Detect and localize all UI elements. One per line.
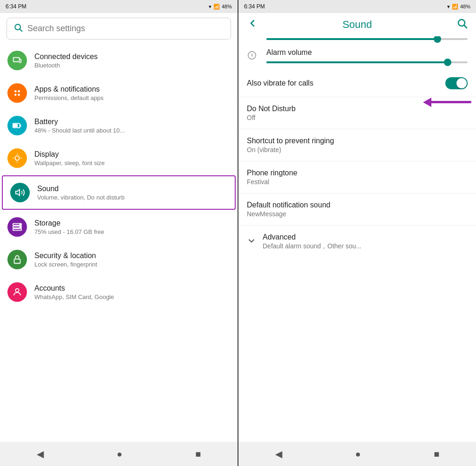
media-volume-track[interactable] <box>266 38 468 40</box>
media-volume-fill <box>266 38 437 40</box>
settings-item-accounts[interactable]: AccountsWhatsApp, SIM Card, Google <box>0 276 238 308</box>
storage-icon <box>7 217 27 237</box>
sound-subtitle: Volume, vibration, Do not disturb <box>37 194 227 201</box>
accounts-text: AccountsWhatsApp, SIM Card, Google <box>34 284 230 300</box>
sound-text: SoundVolume, vibration, Do not disturb <box>37 185 227 201</box>
notification-sound-text: Default notification soundNewMessage <box>247 201 331 218</box>
status-bar-right: 6:34 PM ▾ 📶 48% <box>238 0 476 13</box>
status-bar-left: 6:34 PM ▾ 📶 48% <box>0 0 238 13</box>
settings-item-battery[interactable]: Battery48% - Should last until about 10.… <box>0 109 238 142</box>
nav-bar-right: ◀ ● ■ <box>238 442 476 466</box>
top-bar-right: Sound <box>238 13 476 36</box>
apps-notifications-text: Apps & notificationsPermissions, default… <box>34 85 230 101</box>
dnd-title: Do Not Disturb <box>247 105 468 113</box>
wifi-icon: ▾ <box>209 4 212 10</box>
connected-devices-subtitle: Bluetooth <box>34 62 230 69</box>
phone-ringtone-text: Phone ringtoneFestival <box>247 169 298 186</box>
phone-ringtone-subtitle: Festival <box>247 178 298 186</box>
vibrate-calls-title: Also vibrate for calls <box>247 79 313 87</box>
shortcut-ringing-row[interactable]: Shortcut to prevent ringingOn (vibrate) <box>238 129 476 161</box>
status-icons-left: ▾ 📶 48% <box>209 4 232 10</box>
sound-icon <box>10 183 30 202</box>
notification-sound-subtitle: NewMessage <box>247 210 331 218</box>
apps-notifications-icon <box>7 83 27 103</box>
accounts-icon <box>7 282 27 302</box>
display-title: Display <box>34 150 230 159</box>
settings-item-display[interactable]: DisplayWallpaper, sleep, font size <box>0 142 238 174</box>
search-input[interactable] <box>27 24 224 33</box>
accounts-title: Accounts <box>34 284 230 293</box>
svg-point-10 <box>15 156 19 160</box>
advanced-title: Advanced <box>263 233 361 241</box>
home-button-left[interactable]: ● <box>117 449 122 459</box>
svg-rect-2 <box>13 58 20 62</box>
svg-point-3 <box>19 60 20 61</box>
alarm-volume-track[interactable] <box>266 61 468 63</box>
display-text: DisplayWallpaper, sleep, font size <box>34 150 230 166</box>
advanced-subtitle: Default alarm sound，Other sou... <box>263 242 361 251</box>
nav-bar-left: ◀ ● ■ <box>0 442 238 466</box>
svg-point-6 <box>14 93 17 96</box>
security-text: Security & locationLock screen, fingerpr… <box>34 252 230 268</box>
wifi-icon-right: ▾ <box>447 4 450 10</box>
security-title: Security & location <box>34 252 230 260</box>
advanced-row[interactable]: Advanced Default alarm sound，Other sou..… <box>238 226 476 258</box>
search-icon-right[interactable] <box>456 18 468 32</box>
do-not-disturb-row[interactable]: Do Not Disturb Off <box>238 97 476 129</box>
signal-icon: 📶 <box>213 4 220 10</box>
connected-devices-icon <box>7 51 27 70</box>
svg-rect-18 <box>13 229 21 231</box>
svg-point-4 <box>14 90 17 93</box>
svg-rect-9 <box>14 124 17 127</box>
notification-sound-row[interactable]: Default notification soundNewMessage <box>238 193 476 226</box>
arrow-body <box>430 101 471 103</box>
vibrate-calls-text: Also vibrate for calls <box>247 79 313 87</box>
time-left: 6:34 PM <box>6 3 26 10</box>
svg-rect-21 <box>14 259 20 263</box>
sound-title: Sound <box>37 185 227 193</box>
back-icon[interactable] <box>247 18 258 32</box>
media-volume-thumb[interactable] <box>434 36 441 43</box>
battery-title: Battery <box>34 118 230 126</box>
right-panel: 6:34 PM ▾ 📶 48% Sound Alarm volume Al <box>238 0 476 466</box>
recent-button-left[interactable]: ■ <box>195 449 201 459</box>
connected-devices-text: Connected devicesBluetooth <box>34 53 230 69</box>
apps-notifications-subtitle: Permissions, default apps <box>34 94 230 101</box>
vibrate-calls-row[interactable]: Also vibrate for calls <box>238 70 476 97</box>
sound-list: Alarm volume Also vibrate for calls Do N… <box>238 36 476 442</box>
page-title: Sound <box>343 19 372 31</box>
shortcut-ringing-text: Shortcut to prevent ringingOn (vibrate) <box>247 137 334 153</box>
svg-point-7 <box>18 93 20 96</box>
settings-item-storage[interactable]: Storage75% used - 16.07 GB free <box>0 211 238 243</box>
phone-ringtone-title: Phone ringtone <box>247 169 298 177</box>
phone-ringtone-row[interactable]: Phone ringtoneFestival <box>238 161 476 193</box>
search-bar[interactable] <box>7 18 231 40</box>
home-button-right[interactable]: ● <box>355 449 361 459</box>
toggle-knob <box>456 78 467 88</box>
battery-text: Battery48% - Should last until about 10.… <box>34 118 230 134</box>
settings-item-apps-notifications[interactable]: Apps & notificationsPermissions, default… <box>0 77 238 109</box>
recent-button-right[interactable]: ■ <box>434 449 439 459</box>
back-button-right[interactable]: ◀ <box>275 448 282 459</box>
svg-point-20 <box>20 226 21 227</box>
display-subtitle: Wallpaper, sleep, font size <box>34 160 230 166</box>
svg-marker-15 <box>16 190 20 196</box>
settings-item-connected-devices[interactable]: Connected devicesBluetooth <box>0 44 238 77</box>
settings-item-security[interactable]: Security & locationLock screen, fingerpr… <box>0 243 238 276</box>
battery-icon <box>7 116 27 135</box>
security-subtitle: Lock screen, fingerprint <box>34 261 230 268</box>
arrow-head <box>423 98 431 107</box>
storage-subtitle: 75% used - 16.07 GB free <box>34 228 230 235</box>
svg-line-1 <box>20 29 22 32</box>
svg-point-5 <box>18 90 20 93</box>
settings-item-sound[interactable]: SoundVolume, vibration, Do not disturb <box>2 175 236 210</box>
shortcut-ringing-subtitle: On (vibrate) <box>247 146 334 153</box>
alarm-volume-thumb[interactable] <box>444 59 451 66</box>
shortcut-ringing-title: Shortcut to prevent ringing <box>247 137 334 145</box>
svg-point-19 <box>20 224 21 225</box>
security-icon <box>7 250 27 269</box>
vibrate-calls-toggle[interactable] <box>445 77 468 89</box>
back-button-left[interactable]: ◀ <box>37 448 44 459</box>
connected-devices-title: Connected devices <box>34 53 230 61</box>
alarm-volume-icon <box>247 50 257 63</box>
